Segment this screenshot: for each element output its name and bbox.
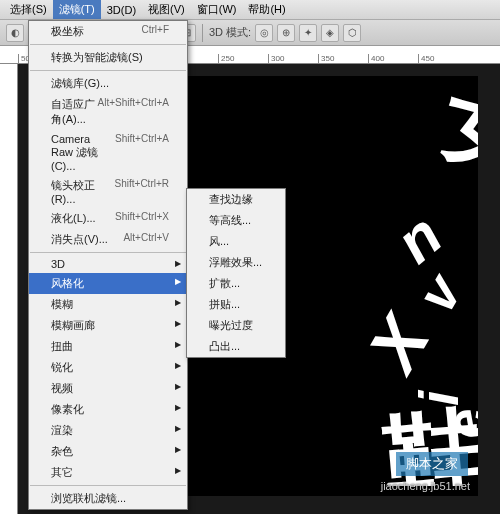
menu-separator [30, 252, 186, 253]
3d-btn-5[interactable]: ⬡ [343, 24, 361, 42]
stylize-submenu: 查找边缘等高线...风...浮雕效果...扩散...拼贴...曝光过度凸出... [186, 188, 286, 358]
submenu-item[interactable]: 曝光过度 [187, 315, 285, 336]
menu-item[interactable]: 浏览联机滤镜... [29, 488, 187, 509]
submenu-item[interactable]: 风... [187, 231, 285, 252]
menu-help[interactable]: 帮助(H) [242, 0, 291, 19]
submenu-item[interactable]: 扩散... [187, 273, 285, 294]
3d-btn-1[interactable]: ◎ [255, 24, 273, 42]
submenu-item[interactable]: 等高线... [187, 210, 285, 231]
menu-item[interactable]: 其它 [29, 462, 187, 483]
menu-filter[interactable]: 滤镜(T) [53, 0, 101, 19]
tool-icon[interactable]: ◐ [6, 24, 24, 42]
ruler-vertical [0, 64, 18, 514]
svg-text:X: X [351, 300, 446, 387]
menu-item[interactable]: 自适应广角(A)...Alt+Shift+Ctrl+A [29, 94, 187, 130]
menu-item[interactable]: 扭曲 [29, 336, 187, 357]
submenu-item[interactable]: 浮雕效果... [187, 252, 285, 273]
menu-3d[interactable]: 3D(D) [101, 2, 142, 18]
menu-item[interactable]: 锐化 [29, 357, 187, 378]
menu-separator [30, 485, 186, 486]
3d-btn-4[interactable]: ◈ [321, 24, 339, 42]
menu-item[interactable]: 杂色 [29, 441, 187, 462]
menubar: 选择(S) 滤镜(T) 3D(D) 视图(V) 窗口(W) 帮助(H) [0, 0, 500, 20]
menu-window[interactable]: 窗口(W) [191, 0, 243, 19]
menu-item[interactable]: 滤镜库(G)... [29, 73, 187, 94]
svg-text:女: 女 [432, 86, 478, 188]
menu-item[interactable]: Camera Raw 滤镜(C)...Shift+Ctrl+A [29, 130, 187, 175]
menu-item[interactable]: 极坐标Ctrl+F [29, 21, 187, 42]
menu-item[interactable]: 3D [29, 255, 187, 273]
submenu-item[interactable]: 查找边缘 [187, 189, 285, 210]
submenu-item[interactable]: 凸出... [187, 336, 285, 357]
menu-item[interactable]: 视频 [29, 378, 187, 399]
menu-item[interactable]: 风格化 [29, 273, 187, 294]
3d-btn-2[interactable]: ⊕ [277, 24, 295, 42]
menu-view[interactable]: 视图(V) [142, 0, 191, 19]
menu-item[interactable]: 镜头校正(R)...Shift+Ctrl+R [29, 175, 187, 208]
menu-separator [30, 70, 186, 71]
3d-btn-3[interactable]: ✦ [299, 24, 317, 42]
filter-menu-dropdown: 极坐标Ctrl+F转换为智能滤镜(S)滤镜库(G)...自适应广角(A)...A… [28, 20, 188, 510]
menu-item[interactable]: 模糊 [29, 294, 187, 315]
svg-text:v: v [405, 262, 476, 322]
menu-item[interactable]: 消失点(V)...Alt+Ctrl+V [29, 229, 187, 250]
menu-separator [30, 44, 186, 45]
watermark-brand: 脚本之家 [396, 452, 468, 476]
submenu-item[interactable]: 拼贴... [187, 294, 285, 315]
menu-item[interactable]: 转换为智能滤镜(S) [29, 47, 187, 68]
menu-item[interactable]: 渲染 [29, 420, 187, 441]
watermark-url: jiaocheng.jb51.net [381, 480, 470, 492]
menu-item[interactable]: 模糊画廊 [29, 315, 187, 336]
menu-item[interactable]: 液化(L)...Shift+Ctrl+X [29, 208, 187, 229]
separator [202, 24, 203, 42]
menu-item[interactable]: 像素化 [29, 399, 187, 420]
menu-select[interactable]: 选择(S) [4, 0, 53, 19]
mode-label: 3D 模式: [209, 25, 251, 40]
